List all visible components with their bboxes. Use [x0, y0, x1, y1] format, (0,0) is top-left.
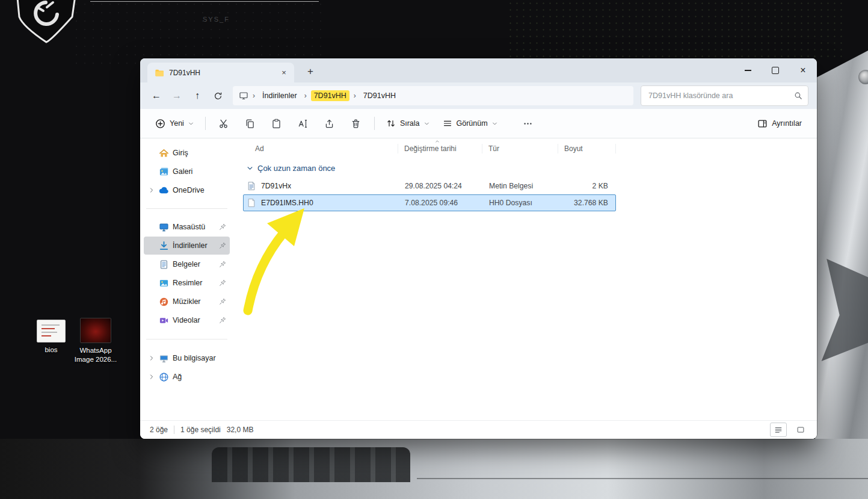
sidebar-item-home[interactable]: Giriş: [144, 144, 230, 162]
chevron-down-icon: [188, 121, 194, 126]
sidebar-item-network[interactable]: Ağ: [144, 368, 230, 386]
large-icons-view-icon: [796, 426, 805, 434]
cut-button[interactable]: [212, 113, 236, 134]
share-button[interactable]: [318, 113, 342, 134]
copy-icon: [245, 119, 255, 129]
pictures-icon: [159, 278, 169, 288]
text-file-icon: [247, 181, 256, 191]
sidebar-item-this-pc[interactable]: Bu bilgisayar: [144, 349, 230, 367]
column-header-type[interactable]: Tür: [482, 144, 558, 153]
explorer-content: Giriş Galeri OneDrive Masaüstü: [140, 138, 817, 420]
column-headers: Ad Değiştirme tarihi Tür Boyut: [243, 138, 616, 159]
chevron-right-icon[interactable]: [149, 355, 155, 361]
details-pane-label: Ayrıntılar: [772, 119, 802, 128]
music-icon: [159, 297, 169, 307]
desktop-icon-label: WhatsApp Image 2026...: [72, 346, 120, 364]
column-header-modified[interactable]: Değiştirme tarihi: [398, 144, 482, 153]
back-button[interactable]: ←: [146, 86, 167, 105]
scissors-icon: [218, 119, 229, 129]
sidebar-item-downloads[interactable]: İndirilenler: [144, 237, 230, 255]
window-controls: ×: [734, 58, 817, 82]
sidebar-item-gallery[interactable]: Galeri: [144, 163, 230, 181]
file-list-area: Ad Değiştirme tarihi Tür Boyut Çok uzun …: [233, 138, 817, 420]
minimize-button[interactable]: [734, 58, 762, 82]
sidebar-item-pictures[interactable]: Resimler: [144, 274, 230, 292]
sidebar-item-documents[interactable]: Belgeler: [144, 255, 230, 273]
file-size: 32.768 KB: [559, 199, 617, 207]
file-row-selected[interactable]: E7D91IMS.HH0 7.08.2025 09:46 HH0 Dosyası…: [243, 194, 616, 211]
sidebar-item-onedrive[interactable]: OneDrive: [144, 181, 230, 199]
details-pane-button[interactable]: Ayrıntılar: [752, 114, 807, 133]
breadcrumb-item-7d91vhh[interactable]: 7D91vHH: [360, 90, 399, 101]
refresh-button[interactable]: [208, 86, 228, 105]
breadcrumb-separator: ›: [251, 91, 257, 100]
new-button[interactable]: Yeni: [150, 114, 199, 133]
desktop-icon-whatsapp-image[interactable]: WhatsApp Image 2026...: [72, 318, 120, 364]
sidebar-item-desktop[interactable]: Masaüstü: [144, 218, 230, 236]
file-type: HH0 Dosyası: [483, 199, 559, 207]
rename-button[interactable]: [291, 113, 315, 134]
large-icons-view-button[interactable]: [793, 423, 808, 436]
sidebar-item-videos[interactable]: Videolar: [144, 311, 230, 329]
sidebar-item-music[interactable]: Müzikler: [144, 293, 230, 311]
downloads-icon: [159, 241, 169, 251]
sidebar-item-label: Belgeler: [173, 260, 215, 268]
copy-button[interactable]: [238, 113, 262, 134]
background-dot-pattern: [507, 0, 844, 60]
more-options-button[interactable]: [516, 113, 540, 134]
pin-icon: [219, 279, 226, 287]
gallery-icon: [159, 167, 169, 177]
chevron-right-icon[interactable]: [149, 374, 155, 380]
details-view-button[interactable]: [770, 423, 787, 437]
file-size: 2 KB: [559, 182, 617, 190]
breadcrumb[interactable]: › İndirilenler › 7D91vHH › 7D91vHH: [233, 86, 633, 105]
status-selection-size: 32,0 MB: [227, 426, 254, 434]
this-pc-icon: [239, 91, 248, 101]
address-bar: ← → ↑ › İndirilenler › 7D91vHH › 7D91vHH: [140, 82, 817, 109]
breadcrumb-item-7d91vhh-highlighted[interactable]: 7D91vHH: [311, 90, 349, 101]
home-icon: [159, 148, 169, 158]
desktop-icon-label: bios: [45, 346, 57, 355]
ellipsis-icon: [523, 119, 533, 129]
up-button[interactable]: ↑: [187, 86, 208, 105]
close-button[interactable]: ×: [789, 58, 817, 82]
explorer-tab[interactable]: 7D91vHH ×: [147, 63, 294, 82]
background-vents: [212, 447, 410, 482]
new-button-label: Yeni: [170, 119, 184, 128]
status-divider: [174, 426, 174, 434]
sidebar-item-label: Bu bilgisayar: [173, 354, 226, 362]
command-toolbar: Yeni Sırala Görünüm Ayrıntılar: [140, 109, 817, 138]
delete-button[interactable]: [344, 113, 368, 134]
refresh-icon: [214, 91, 223, 101]
pin-icon: [219, 261, 226, 268]
forward-button[interactable]: →: [167, 86, 187, 105]
new-tab-button[interactable]: +: [303, 64, 318, 79]
share-icon: [324, 119, 334, 129]
breadcrumb-item-downloads[interactable]: İndirilenler: [259, 90, 300, 101]
background-highlight-line: [90, 1, 319, 2]
tab-bar: 7D91vHH × + ×: [140, 58, 817, 82]
group-header[interactable]: Çok uzun zaman önce: [247, 164, 817, 173]
search-box[interactable]: [641, 85, 808, 106]
blank-file-icon: [247, 198, 256, 208]
file-row[interactable]: 7D91vHx 29.08.2025 04:24 Metin Belgesi 2…: [243, 178, 616, 194]
rename-icon: [298, 119, 308, 129]
toolbar-divider: [374, 117, 375, 130]
paste-button[interactable]: [265, 113, 289, 134]
column-header-name[interactable]: Ad: [243, 144, 398, 153]
navigation-sidebar: Giriş Galeri OneDrive Masaüstü: [140, 138, 233, 420]
chevron-right-icon[interactable]: [149, 187, 155, 193]
search-input[interactable]: [647, 91, 794, 101]
desktop-icon: [159, 222, 169, 232]
desktop-icon-bios[interactable]: bios: [27, 320, 75, 355]
column-header-size[interactable]: Boyut: [558, 144, 616, 153]
maximize-button[interactable]: [762, 58, 789, 82]
view-button[interactable]: Görünüm: [437, 114, 503, 132]
pin-icon: [219, 298, 226, 305]
sort-button[interactable]: Sırala: [381, 114, 435, 132]
file-explorer-window: 7D91vHH × + × ← → ↑ › İndirilenler › 7D9…: [140, 58, 817, 439]
file-modified: 29.08.2025 04:24: [399, 182, 483, 190]
background-label: SYS_F: [203, 16, 230, 23]
chevron-down-icon: [424, 121, 429, 126]
tab-close-icon[interactable]: ×: [277, 66, 291, 79]
